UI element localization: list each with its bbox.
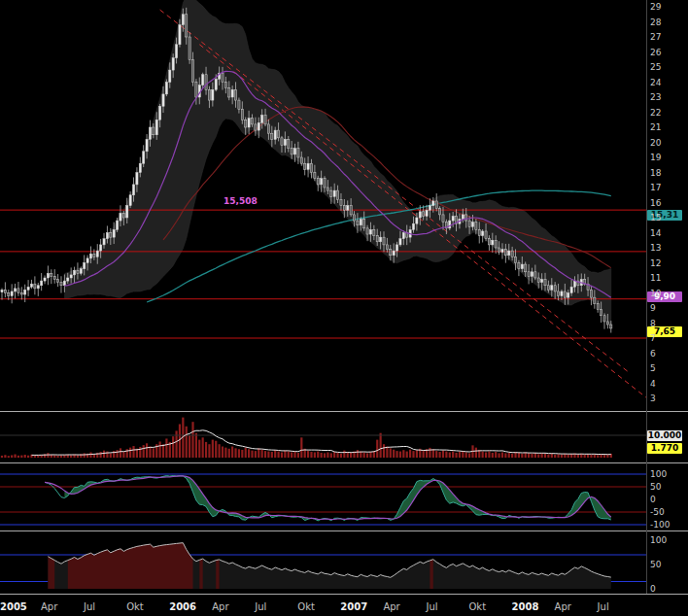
price-axis-tick: 24 [650,78,661,87]
oscillator-pane-2[interactable] [0,531,646,594]
price-axis-tick: 13 [650,243,661,253]
time-axis-label: Jul [426,601,437,612]
time-axis-label: Jul [255,601,266,612]
price-axis-tick: 17 [650,183,661,192]
osc1-axis-tick: -100 [650,520,670,530]
price-axis-tick: 3 [650,394,656,403]
time-axis-label: Apr [383,601,399,612]
time-axis-label: Apr [555,601,571,612]
volume-pane[interactable] [0,412,646,462]
price-axis-tick: 20 [650,138,661,148]
time-axis-label: 2008 [512,601,539,612]
time-axis-label: 2007 [340,601,367,612]
main-chart-pane[interactable] [0,0,646,410]
price-axis-tick: 5 [650,363,656,373]
time-axis-label: Apr [41,601,57,612]
price-axis-tick: 9 [650,303,656,313]
price-axis-tick: 14 [650,228,661,238]
price-axis-tick: 23 [650,92,661,102]
price-axis-gutter: 15,31 9,90 7,65 10.000 1.770 29282726252… [647,0,688,616]
time-axis-label: 2005 [0,601,27,612]
price-axis-tick: 16 [650,198,661,208]
price-axis-tick: 4 [650,379,656,389]
price-axis-tick: 8 [650,319,656,328]
price-axis-tick: 7 [650,333,656,343]
price-axis-tick: 18 [650,168,661,178]
price-axis-tick: 22 [650,108,661,118]
osc2-axis-tick: 0 [650,584,656,594]
osc1-axis-tick: -50 [650,507,665,517]
osc1-axis-tick: 100 [650,469,667,479]
osc1-axis-tick: 0 [650,495,656,504]
price-axis-tick: 25 [650,62,661,72]
price-axis-tick: 26 [650,48,661,57]
price-axis-tick: 15 [650,213,661,222]
time-axis-label: 2006 [169,601,196,612]
oscillator-pane-1[interactable] [0,463,646,530]
price-axis-tick: 11 [650,273,661,283]
time-axis-label: Okt [297,601,315,612]
osc2-axis-tick: 50 [650,560,661,569]
price-axis-tick: 10 [650,289,661,298]
trading-chart-window: 15,508 15,31 9,90 7,65 10.000 1.770 2928… [0,0,688,616]
osc2-axis-tick: 100 [650,535,667,545]
price-axis-tick: 12 [650,258,661,268]
time-axis: 2005AprJulOkt2006AprJulOkt2007AprJulOkt2… [0,595,688,616]
price-axis-tick: 19 [650,153,661,162]
time-axis-label: Jul [598,601,609,612]
price-axis-tick: 21 [650,122,661,132]
price-axis-tick: 29 [650,2,661,12]
time-axis-label: Jul [84,601,95,612]
time-axis-label: Apr [212,601,228,612]
volume-scale-tag: 10.000 [647,430,682,441]
osc1-axis-tick: 50 [650,482,661,492]
price-axis-tick: 27 [650,32,661,42]
price-axis-tick: 6 [650,349,656,359]
time-axis-label: Okt [126,601,144,612]
price-axis-tick: 28 [650,17,661,27]
last-volume-tag: 1.770 [647,443,682,454]
resistance-level-label[interactable]: 15,508 [222,196,259,206]
time-axis-label: Okt [468,601,486,612]
